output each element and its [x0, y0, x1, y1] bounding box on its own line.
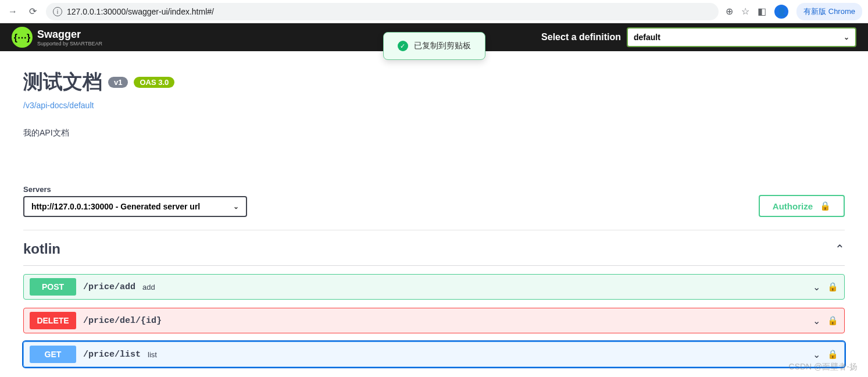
- swagger-logo-icon: {⋯}: [12, 27, 33, 48]
- definition-value: default: [634, 33, 660, 42]
- servers-value: http://127.0.0.1:30000 - Generated serve…: [31, 202, 200, 211]
- update-chrome-button[interactable]: 有新版 Chrome: [796, 3, 862, 20]
- swagger-name: Swagger: [37, 29, 102, 41]
- api-docs-link[interactable]: /v3/api-docs/default: [23, 101, 94, 110]
- authorize-label: Authorize: [773, 201, 813, 211]
- operation-get[interactable]: GET /price/list list ⌄ 🔒: [23, 342, 845, 367]
- forward-icon[interactable]: →: [6, 4, 20, 19]
- method-badge: POST: [30, 278, 76, 296]
- definition-select[interactable]: default ⌄: [627, 27, 856, 47]
- operation-path: /price/list: [76, 350, 148, 360]
- operation-summary: list: [148, 350, 157, 359]
- bookmark-icon[interactable]: ☆: [741, 6, 749, 17]
- main-content: 测试文档 v1 OAS 3.0 /v3/api-docs/default 我的A…: [0, 51, 868, 377]
- servers-label: Servers: [23, 185, 247, 194]
- authorize-button[interactable]: Authorize 🔒: [759, 195, 845, 217]
- definition-area: Select a definition default ⌄: [541, 27, 856, 47]
- operation-path: /price/del/{id}: [76, 316, 169, 326]
- method-badge: GET: [30, 346, 76, 363]
- reload-icon[interactable]: ⟳: [27, 3, 39, 19]
- browser-bar: → ⟳ i 127.0.0.1:30000/swagger-ui/index.h…: [0, 0, 868, 23]
- translate-icon[interactable]: ⊕: [726, 6, 733, 17]
- chevron-down-icon: ⌄: [233, 202, 239, 211]
- tag-header[interactable]: kotlin ⌃: [23, 230, 845, 266]
- toast-notification: ✓ 已复制到剪贴板: [383, 32, 485, 60]
- check-circle-icon: ✓: [398, 41, 408, 51]
- lock-icon[interactable]: 🔒: [827, 282, 838, 292]
- chevron-down-icon: ⌄: [813, 315, 820, 326]
- profile-icon[interactable]: 👤: [774, 5, 788, 19]
- watermark: CSDN @面壁者-扬: [789, 362, 858, 372]
- swagger-logo[interactable]: {⋯} Swagger Supported by SMARTBEAR: [12, 27, 102, 48]
- lock-icon[interactable]: 🔒: [827, 349, 838, 360]
- operation-post[interactable]: POST /price/add add ⌄ 🔒: [23, 274, 845, 300]
- chevron-down-icon: ⌄: [813, 349, 820, 360]
- page-title: 测试文档: [23, 69, 102, 95]
- url-text: 127.0.0.1:30000/swagger-ui/index.html#/: [67, 7, 214, 16]
- servers-select[interactable]: http://127.0.0.1:30000 - Generated serve…: [23, 196, 247, 217]
- chevron-down-icon: ⌄: [813, 282, 820, 293]
- method-badge: DELETE: [30, 312, 76, 329]
- lock-icon[interactable]: 🔒: [827, 315, 838, 326]
- info-icon: i: [53, 7, 62, 16]
- browser-actions: ⊕ ☆ ◧ 👤 有新版 Chrome: [726, 3, 862, 20]
- panel-icon[interactable]: ◧: [758, 6, 766, 17]
- toast-message: 已复制到剪贴板: [414, 41, 471, 51]
- operation-delete[interactable]: DELETE /price/del/{id} ⌄ 🔒: [23, 308, 845, 333]
- url-bar[interactable]: i 127.0.0.1:30000/swagger-ui/index.html#…: [46, 3, 719, 20]
- lock-icon: 🔒: [820, 201, 831, 211]
- oas-badge: OAS 3.0: [134, 77, 174, 88]
- version-badge: v1: [108, 77, 128, 88]
- api-description: 我的API文档: [23, 128, 845, 138]
- chevron-up-icon: ⌃: [835, 242, 845, 256]
- chevron-down-icon: ⌄: [844, 33, 849, 41]
- operation-path: /price/add: [76, 282, 142, 292]
- tag-name: kotlin: [23, 241, 60, 257]
- swagger-subtext: Supported by SMARTBEAR: [37, 41, 102, 47]
- operation-summary: add: [142, 283, 155, 291]
- definition-label: Select a definition: [541, 32, 621, 42]
- operations-list: POST /price/add add ⌄ 🔒 DELETE /price/de…: [23, 274, 845, 367]
